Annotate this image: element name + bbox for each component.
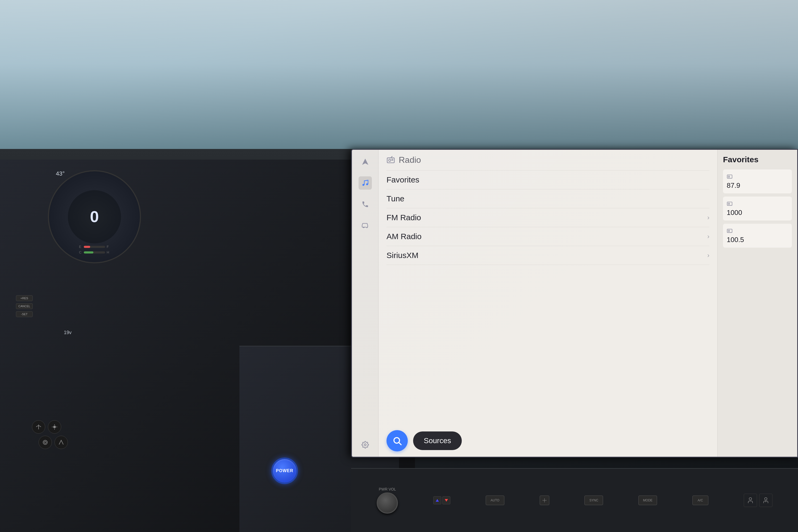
sync-label: SYNC bbox=[589, 498, 598, 502]
auto-button[interactable]: AUTO bbox=[486, 496, 504, 505]
steering-bottom-controls bbox=[32, 420, 68, 449]
svg-point-11 bbox=[364, 444, 366, 446]
favorite-radio-icon-1 bbox=[727, 173, 788, 180]
search-button[interactable] bbox=[386, 430, 408, 451]
favorite-radio-icon-2 bbox=[727, 200, 788, 208]
lane-icon-btn[interactable] bbox=[55, 436, 68, 449]
menu-item-siriusxm[interactable]: SiriusXM › bbox=[386, 246, 709, 265]
ac-button[interactable]: A/C bbox=[692, 496, 708, 505]
nav-icon-phone[interactable] bbox=[359, 198, 372, 211]
svg-line-17 bbox=[399, 443, 401, 445]
cancel-button[interactable]: CANCEL bbox=[16, 303, 33, 309]
speed-display: 0 bbox=[90, 209, 99, 225]
temp-down-btn[interactable] bbox=[433, 496, 441, 504]
fuel-gauge: E F bbox=[79, 245, 110, 249]
svg-point-1 bbox=[53, 425, 56, 428]
power-button-area: POWER bbox=[271, 457, 303, 490]
red-up-arrow bbox=[445, 499, 448, 502]
cluster-display: 0 bbox=[90, 209, 99, 225]
favorites-title: Favorites bbox=[723, 155, 792, 164]
res-button[interactable]: +RES bbox=[16, 295, 33, 301]
auto-label: AUTO bbox=[491, 498, 499, 502]
action-bar: Sources bbox=[386, 430, 709, 451]
nav-icon-car[interactable] bbox=[359, 219, 372, 232]
brake-icon-btn[interactable] bbox=[39, 436, 52, 449]
ac-group: A/C bbox=[692, 496, 708, 505]
fan-controls bbox=[540, 496, 549, 505]
favorite-item-1[interactable]: 87.9 bbox=[723, 169, 792, 193]
temp-c-label: C bbox=[79, 250, 82, 254]
light-icon-btn[interactable] bbox=[48, 420, 61, 434]
svg-point-24 bbox=[544, 500, 545, 500]
nav-icon-music[interactable] bbox=[359, 176, 372, 190]
favorite-item-3[interactable]: 100.5 bbox=[723, 224, 792, 248]
favorites-panel: Favorites 87.9 1000 bbox=[717, 150, 797, 457]
infotainment-screen-container: Radio Favorites Tune FM Radio › AM Radio… bbox=[351, 149, 798, 457]
fuel-f-label: F bbox=[107, 245, 110, 249]
sync-button[interactable]: SYNC bbox=[584, 496, 603, 505]
svg-point-7 bbox=[44, 441, 46, 443]
menu-item-favorites[interactable]: Favorites bbox=[386, 170, 709, 189]
svg-point-6 bbox=[43, 440, 48, 444]
power-button[interactable]: POWER bbox=[271, 457, 298, 484]
ac-label: A/C bbox=[698, 498, 703, 502]
temp-gauge: C H bbox=[79, 250, 110, 254]
svg-point-9 bbox=[362, 184, 364, 186]
pwr-vol-knob[interactable] bbox=[377, 492, 398, 514]
svg-point-19 bbox=[728, 176, 730, 177]
fm-radio-arrow: › bbox=[707, 214, 709, 221]
nav-icon-settings[interactable] bbox=[359, 438, 372, 451]
svg-marker-8 bbox=[362, 158, 368, 165]
siriusxm-arrow: › bbox=[707, 252, 709, 259]
pwr-vol-label: PWR VOL bbox=[379, 487, 396, 491]
temp-up-btn[interactable] bbox=[442, 496, 450, 504]
cluster-inner: 0 bbox=[68, 190, 121, 243]
temp-value: 43° bbox=[56, 170, 65, 177]
svg-point-26 bbox=[764, 498, 767, 500]
temperature-display: 43° bbox=[56, 170, 65, 177]
nav-icon-navigation[interactable] bbox=[359, 155, 372, 168]
screen-title: Radio bbox=[399, 155, 421, 165]
temp-h-label: H bbox=[107, 250, 110, 254]
mode-label: MODE bbox=[643, 498, 652, 502]
svg-point-10 bbox=[366, 183, 368, 185]
favorite-radio-icon-3 bbox=[727, 227, 788, 234]
menu-list: Favorites Tune FM Radio › AM Radio › Sir… bbox=[386, 170, 709, 425]
infotainment-screen: Radio Favorites Tune FM Radio › AM Radio… bbox=[352, 150, 797, 457]
seat-vent-icon[interactable] bbox=[759, 494, 773, 507]
mode-button[interactable]: MODE bbox=[639, 496, 657, 505]
am-radio-arrow: › bbox=[707, 233, 709, 240]
instrument-cluster: 0 E F C H bbox=[48, 170, 141, 263]
sources-button-label: Sources bbox=[424, 437, 451, 445]
hardware-controls: PWR VOL AUTO bbox=[351, 468, 798, 532]
favorite-item-2[interactable]: 1000 bbox=[723, 196, 792, 221]
wiper-icon-btn[interactable] bbox=[32, 420, 45, 434]
sources-button[interactable]: Sources bbox=[413, 432, 462, 450]
svg-point-25 bbox=[749, 498, 752, 500]
steering-controls: +RES CANCEL -SET bbox=[16, 292, 33, 317]
menu-item-fm-radio[interactable]: FM Radio › bbox=[386, 208, 709, 227]
screen-header: Radio bbox=[386, 155, 709, 165]
seat-controls bbox=[744, 494, 773, 507]
menu-item-am-radio[interactable]: AM Radio › bbox=[386, 227, 709, 246]
voltage-value: 19v bbox=[64, 330, 72, 335]
set-button[interactable]: -SET bbox=[16, 311, 33, 317]
main-content: Radio Favorites Tune FM Radio › AM Radio… bbox=[379, 150, 717, 457]
radio-header-icon bbox=[386, 155, 395, 165]
auto-group: AUTO bbox=[486, 496, 504, 505]
sync-group: SYNC bbox=[584, 496, 603, 505]
svg-point-21 bbox=[728, 203, 730, 205]
fan-button[interactable] bbox=[540, 496, 549, 505]
pwr-vol-group: PWR VOL bbox=[377, 487, 398, 514]
mode-group: MODE bbox=[639, 496, 657, 505]
fuel-e-label: E bbox=[79, 245, 82, 249]
svg-point-23 bbox=[728, 230, 730, 232]
power-button-label: POWER bbox=[276, 469, 293, 473]
svg-point-13 bbox=[388, 159, 391, 161]
menu-item-tune[interactable]: Tune bbox=[386, 189, 709, 208]
nav-sidebar bbox=[352, 150, 379, 457]
voltage-display: 19v bbox=[64, 330, 72, 336]
blue-down-arrow bbox=[436, 499, 439, 502]
seat-heat-icon[interactable] bbox=[744, 494, 757, 507]
temp-control-group bbox=[433, 496, 450, 504]
